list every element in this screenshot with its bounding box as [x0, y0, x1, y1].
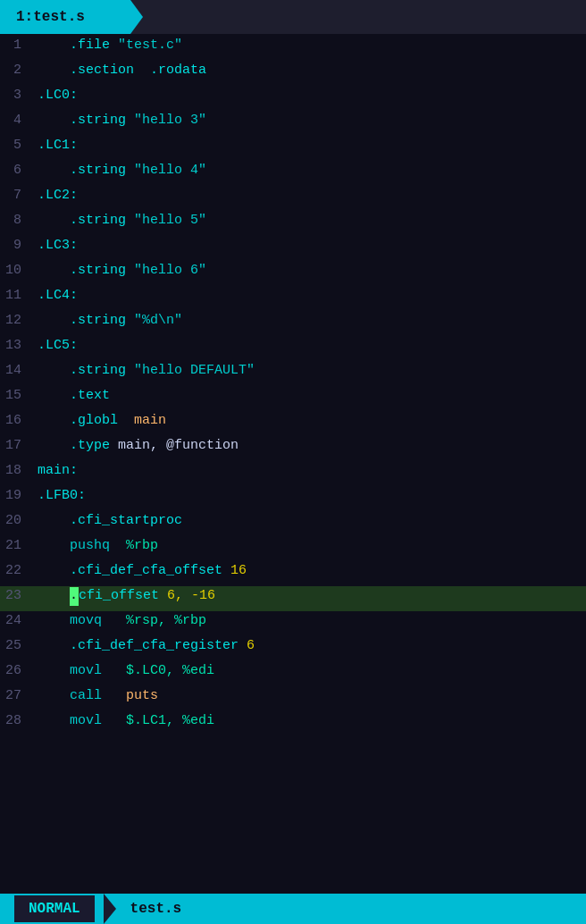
code-line: 28 movl $.LC1, %edi [0, 711, 586, 736]
code-line: 18main: [0, 461, 586, 486]
line-content: .globl main [38, 412, 586, 431]
line-content: .cfi_startproc [38, 512, 586, 531]
line-number: 24 [0, 612, 38, 631]
token: .cfi_def_cfa_register [38, 638, 247, 653]
token [38, 588, 70, 603]
code-line: 25 .cfi_def_cfa_register 6 [0, 636, 586, 661]
token: call [38, 688, 126, 703]
token: pushq [38, 538, 126, 553]
code-line: 8 .string "hello 5" [0, 211, 586, 236]
code-line: 26 movl $.LC0, %edi [0, 661, 586, 686]
token: $.LC0, [126, 663, 182, 678]
token: .LC3: [38, 238, 78, 253]
line-number: 15 [0, 387, 38, 406]
line-number: 6 [0, 162, 38, 181]
line-content: .LFB0: [38, 487, 586, 506]
line-content: .LC5: [38, 337, 586, 356]
line-number: 21 [0, 537, 38, 556]
line-number: 8 [0, 212, 38, 231]
code-line: 13.LC5: [0, 336, 586, 361]
code-line: 23 .cfi_offset 6, -16 [0, 586, 586, 611]
token: .LC2: [38, 188, 78, 203]
code-line: 11.LC4: [0, 286, 586, 311]
active-tab[interactable]: 1 : test.s [0, 0, 143, 34]
line-content: .LC2: [38, 187, 586, 206]
status-mode: NORMAL [14, 895, 95, 922]
line-content: .LC0: [38, 87, 586, 105]
code-line: 14 .string "hello DEFAULT" [0, 361, 586, 386]
token: main: [38, 463, 78, 478]
token: "hello 5" [134, 213, 206, 228]
line-number: 1 [0, 37, 38, 55]
token: .cfi_def_cfa_offset [38, 563, 230, 578]
line-number: 23 [0, 587, 38, 606]
line-content: .text [38, 387, 586, 406]
line-content: .LC3: [38, 237, 586, 256]
token: .LC4: [38, 288, 78, 303]
code-line: 21 pushq %rbp [0, 536, 586, 561]
line-number: 10 [0, 262, 38, 281]
line-number: 25 [0, 637, 38, 656]
code-line: 12 .string "%d\n" [0, 311, 586, 336]
code-line: 17 .type main, @function [0, 436, 586, 461]
status-arrow-icon [104, 894, 116, 924]
line-content: .LC1: [38, 137, 586, 155]
token: 16 [230, 563, 247, 578]
token: .LFB0: [38, 488, 86, 503]
token: .string [38, 163, 134, 178]
line-content: .cfi_def_cfa_register 6 [38, 637, 586, 656]
token: .cfi_startproc [38, 513, 182, 528]
tab-filename: test.s [33, 7, 85, 27]
line-number: 3 [0, 87, 38, 105]
token: %edi [182, 713, 214, 728]
line-content: .string "hello 6" [38, 262, 586, 281]
editor: 1 : test.s 1 .file "test.c"2 .section .r… [0, 0, 586, 924]
code-line: 3.LC0: [0, 86, 586, 111]
line-content: movq %rsp, %rbp [38, 612, 586, 631]
line-number: 11 [0, 287, 38, 306]
line-number: 22 [0, 562, 38, 581]
code-line: 15 .text [0, 386, 586, 411]
token: "%d\n" [134, 313, 182, 328]
line-content: .string "hello 3" [38, 112, 586, 130]
line-number: 5 [0, 137, 38, 155]
code-line: 7.LC2: [0, 186, 586, 211]
token: cfi_offset [79, 588, 167, 603]
line-content: .file "test.c" [38, 37, 586, 55]
token: .text [38, 388, 110, 403]
line-number: 16 [0, 412, 38, 431]
line-content: .cfi_offset 6, -16 [38, 587, 586, 606]
token: "hello 3" [134, 113, 206, 128]
token: 6 [247, 638, 255, 653]
line-content: pushq %rbp [38, 537, 586, 556]
token: main, @function [118, 438, 239, 453]
line-content: .string "hello 4" [38, 162, 586, 181]
code-line: 27 call puts [0, 686, 586, 711]
token: 6, -16 [167, 588, 215, 603]
line-content: .LC4: [38, 287, 586, 306]
token: "test.c" [118, 38, 182, 53]
token: .LC1: [38, 138, 78, 153]
token: movl [38, 713, 126, 728]
token: puts [126, 688, 158, 703]
line-number: 7 [0, 187, 38, 206]
line-number: 9 [0, 237, 38, 256]
token: "hello 4" [134, 163, 206, 178]
line-content: .string "%d\n" [38, 312, 586, 331]
line-number: 19 [0, 487, 38, 506]
token: .section .rodata [38, 63, 206, 78]
token: .LC5: [38, 338, 78, 353]
token: .globl [38, 413, 134, 428]
line-content: movl $.LC1, %edi [38, 712, 586, 731]
line-number: 18 [0, 462, 38, 481]
code-line: 4 .string "hello 3" [0, 111, 586, 136]
tab-bar: 1 : test.s [0, 0, 586, 34]
token: %rbp [174, 613, 206, 628]
code-area: 1 .file "test.c"2 .section .rodata3.LC0:… [0, 34, 586, 894]
token: $.LC1, [126, 713, 182, 728]
tab-number: 1 [16, 7, 25, 27]
tab-separator: : [25, 7, 34, 27]
code-line: 24 movq %rsp, %rbp [0, 611, 586, 636]
status-filename: test.s [130, 899, 182, 919]
code-line: 10 .string "hello 6" [0, 261, 586, 286]
